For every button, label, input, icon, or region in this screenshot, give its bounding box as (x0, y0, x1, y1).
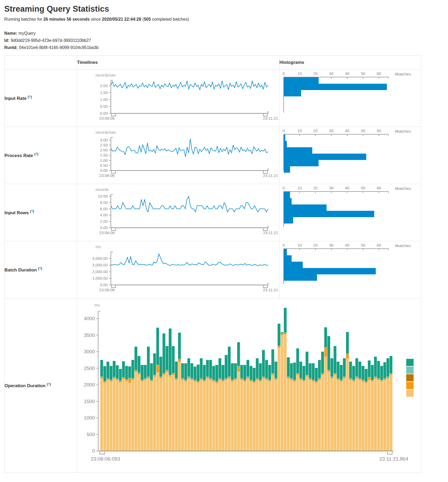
metric-label-cell-process-rate: Process Rate (?) (4, 127, 77, 184)
svg-text:records/sec: records/sec (96, 73, 116, 77)
svg-text:10: 10 (297, 71, 302, 76)
svg-text:2,000.00: 2,000.00 (92, 269, 108, 274)
help-paren-close: ) (31, 95, 32, 99)
svg-text:50: 50 (361, 71, 365, 76)
svg-text:23:06:06: 23:06:06 (99, 230, 115, 235)
svg-text:40: 40 (345, 186, 350, 190)
timelines-header: Timelines (77, 56, 279, 70)
question-mark-icon: ? (39, 267, 41, 270)
operation-duration-chart: ms4000350030002500200015001000500023:06:… (77, 298, 421, 472)
query-id-value: 9d0dd219-995d-423e-b97d-36931110bb27 (11, 38, 91, 43)
question-mark-icon: ? (48, 382, 50, 386)
svg-text:3000: 3000 (84, 349, 95, 354)
svg-text:10.00: 10.00 (98, 194, 108, 198)
page-title: Streaming Query Statistics (4, 4, 448, 14)
svg-text:4,000.00: 4,000.00 (92, 256, 108, 261)
query-name-line: Name:myQuery (4, 30, 448, 37)
svg-text:500: 500 (87, 432, 95, 437)
svg-text:23:11:21: 23:11:21 (263, 230, 278, 235)
input-rate-timeline-chart: records/sec2.001.501.000.500.0023:06:062… (77, 70, 279, 127)
svg-text:23:06:06: 23:06:06 (99, 173, 115, 178)
metric-label-operation-duration: Operation Duration (4, 383, 46, 388)
start-time-text: 2020/05/21 22:44:28 (102, 17, 141, 21)
svg-text:4.00: 4.00 (100, 213, 108, 217)
svg-text:1,000.00: 1,000.00 (92, 276, 108, 280)
svg-text:30: 30 (329, 128, 334, 133)
svg-text:1.50: 1.50 (100, 90, 108, 95)
svg-text:23:11:21: 23:11:21 (263, 288, 278, 292)
histogram-svg: 0102030405060#batches (279, 241, 421, 298)
help-icon[interactable]: (?) (30, 209, 34, 213)
name-label: Name: (4, 31, 17, 35)
svg-text:1.00: 1.00 (100, 97, 108, 102)
histogram-svg: 0102030405060#batches (279, 184, 421, 241)
question-mark-icon: ? (35, 152, 37, 156)
timeline-svg: records/sec2.001.501.000.500.0023:06:062… (77, 70, 279, 127)
svg-text:0.00: 0.00 (100, 283, 108, 287)
timeline-svg: ms4,000.003,000.002,000.001,000.000.0023… (77, 241, 279, 298)
svg-text:20: 20 (313, 128, 318, 133)
svg-text:10: 10 (297, 128, 302, 133)
metric-label-input-rows: Input Rows (4, 210, 29, 215)
svg-text:50: 50 (361, 186, 365, 190)
svg-text:0: 0 (283, 243, 285, 247)
svg-text:30: 30 (329, 243, 334, 247)
metric-label-input-rate: Input Rate (4, 96, 26, 101)
completed-text: completed batches) (151, 17, 189, 21)
svg-text:20: 20 (313, 71, 318, 76)
svg-text:0.00: 0.00 (100, 225, 108, 230)
legend-swatch-1 (406, 359, 414, 366)
help-paren-close: ) (41, 267, 42, 270)
question-mark-icon: ? (31, 209, 33, 213)
svg-text:records/sec: records/sec (96, 130, 116, 135)
metric-label-cell-input-rows: Input Rows (?) (4, 184, 77, 241)
timeline-svg: records10.008.006.004.002.000.0023:06:06… (77, 184, 279, 241)
svg-text:23:11:21: 23:11:21 (263, 116, 278, 120)
svg-text:records: records (96, 187, 109, 192)
help-paren-close: ) (37, 152, 38, 156)
legend-swatch-4 (406, 382, 414, 389)
svg-text:3,000.00: 3,000.00 (92, 263, 108, 267)
svg-text:0.50: 0.50 (100, 163, 108, 168)
svg-text:2500: 2500 (84, 365, 95, 371)
svg-text:23:11:21: 23:11:21 (263, 173, 278, 178)
svg-text:50: 50 (361, 128, 365, 133)
legend-swatch-3 (406, 374, 414, 381)
svg-text:60: 60 (377, 71, 381, 76)
runid-label: RunId: (4, 45, 18, 50)
svg-text:8.00: 8.00 (100, 200, 108, 205)
svg-text:40: 40 (345, 128, 350, 133)
help-icon[interactable]: (?) (47, 382, 51, 386)
stacked-bar-svg: ms4000350030002500200015001000500023:06:… (77, 298, 421, 472)
svg-text:60: 60 (377, 243, 381, 247)
query-runid-value: 04e101e6-8bf8-4165-9099-9104c951ba3b (19, 45, 99, 50)
svg-text:2.00: 2.00 (100, 83, 108, 88)
svg-text:10: 10 (297, 243, 302, 247)
process-rate-histogram-chart: 0102030405060#batches (279, 127, 421, 184)
svg-text:3.00: 3.00 (100, 138, 108, 142)
batch-duration-histogram-chart: 0102030405060#batches (279, 241, 421, 298)
streaming-statistics-page: Streaming Query Statistics Running batch… (0, 4, 448, 473)
svg-text:4000: 4000 (84, 316, 95, 321)
query-name-value: myQuery (19, 31, 36, 35)
query-runid-line: RunId:04e101e6-8bf8-4165-9099-9104c951ba… (4, 44, 448, 51)
help-icon[interactable]: (?) (28, 95, 32, 99)
histograms-header: Histograms (279, 56, 421, 70)
metric-label-cell-input-rate: Input Rate (?) (4, 70, 77, 127)
help-icon[interactable]: (?) (38, 267, 42, 270)
svg-text:ms: ms (96, 244, 101, 249)
svg-text:10: 10 (297, 186, 302, 190)
svg-text:30: 30 (329, 71, 334, 76)
svg-text:3500: 3500 (84, 332, 95, 338)
svg-text:23:06:06: 23:06:06 (99, 116, 115, 120)
query-id-line: Id:9d0dd219-995d-423e-b97d-36931110bb27 (4, 37, 448, 44)
input-rows-timeline-chart: records10.008.006.004.002.000.0023:06:06… (77, 184, 279, 241)
histogram-svg: 0102030405060#batches (279, 70, 421, 127)
metric-label-cell-batch-duration: Batch Duration (?) (4, 241, 77, 298)
svg-text:23:11:21.864: 23:11:21.864 (379, 456, 408, 462)
svg-text:40: 40 (345, 243, 350, 247)
metric-label-cell-operation-duration: Operation Duration (?) (4, 298, 77, 473)
help-icon[interactable]: (?) (34, 152, 38, 156)
svg-text:60: 60 (377, 128, 381, 133)
metric-label-process-rate: Process Rate (4, 153, 33, 158)
